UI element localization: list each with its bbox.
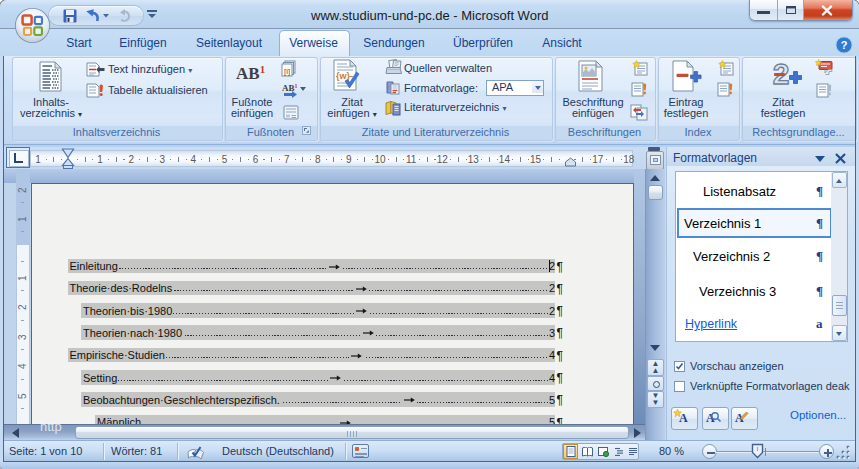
svg-text:[i]: [i] xyxy=(284,67,290,76)
svg-text:{w}-: {w}- xyxy=(336,71,353,81)
svg-text:?: ? xyxy=(841,39,848,51)
